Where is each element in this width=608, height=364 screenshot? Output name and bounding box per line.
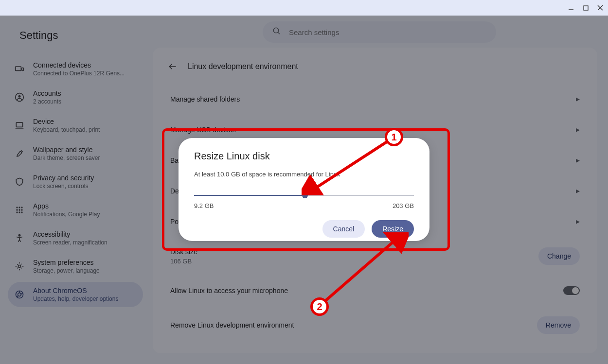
svg-rect-1 [584,6,588,10]
window-maximize-button[interactable] [582,4,590,12]
slider-fill [194,195,305,196]
disk-size-slider[interactable] [194,191,414,199]
window-minimize-button[interactable] [567,4,575,12]
resize-linux-disk-dialog: Resize Linux disk At least 10.0 GB of sp… [179,138,429,241]
dialog-description: At least 10.0 GB of space is recommended… [194,171,414,178]
slider-min-label: 9.2 GB [194,202,214,209]
slider-thumb[interactable] [302,192,308,198]
window-close-button[interactable] [596,4,604,12]
window-titlebar [0,0,608,16]
slider-max-label: 203 GB [393,202,414,209]
dialog-title: Resize Linux disk [194,151,414,162]
resize-button[interactable]: Resize [372,220,414,238]
cancel-button[interactable]: Cancel [322,220,365,238]
